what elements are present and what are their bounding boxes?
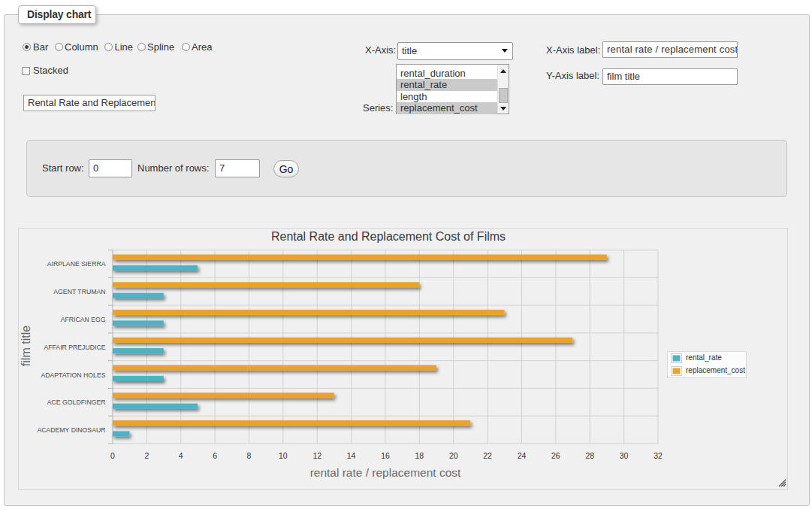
svg-text:4: 4 xyxy=(179,451,183,460)
svg-text:AGENT TRUMAN: AGENT TRUMAN xyxy=(53,288,105,295)
svg-text:2: 2 xyxy=(144,451,149,460)
svg-text:22: 22 xyxy=(483,451,492,460)
svg-text:20: 20 xyxy=(449,451,458,460)
svg-text:replacement_cost: replacement_cost xyxy=(686,366,745,374)
svg-text:26: 26 xyxy=(551,451,560,460)
svg-text:ACE GOLDFINGER: ACE GOLDFINGER xyxy=(47,398,106,406)
svg-text:28: 28 xyxy=(585,451,594,460)
svg-text:ADAPTATION HOLES: ADAPTATION HOLES xyxy=(41,371,105,379)
svg-text:24: 24 xyxy=(518,451,527,460)
svg-text:12: 12 xyxy=(312,451,321,460)
svg-text:AFRICAN EGG: AFRICAN EGG xyxy=(61,316,106,323)
svg-text:0: 0 xyxy=(110,451,115,460)
svg-text:Rental Rate and Replacement Co: Rental Rate and Replacement Cost of Film… xyxy=(271,230,506,243)
svg-text:32: 32 xyxy=(654,451,663,460)
svg-text:10: 10 xyxy=(279,451,288,460)
svg-text:rental rate / replacement cost: rental rate / replacement cost xyxy=(310,466,461,479)
svg-text:6: 6 xyxy=(213,451,217,460)
svg-text:film title: film title xyxy=(20,326,32,366)
svg-text:8: 8 xyxy=(247,451,252,460)
svg-text:16: 16 xyxy=(381,451,390,460)
svg-text:18: 18 xyxy=(415,451,424,460)
svg-text:ACADEMY DINOSAUR: ACADEMY DINOSAUR xyxy=(37,426,105,434)
svg-text:14: 14 xyxy=(347,451,356,460)
svg-text:30: 30 xyxy=(620,451,629,460)
svg-text:AFFAIR PREJUDICE: AFFAIR PREJUDICE xyxy=(44,344,105,351)
svg-text:rental_rate: rental_rate xyxy=(686,353,722,362)
svg-text:AIRPLANE SIERRA: AIRPLANE SIERRA xyxy=(47,260,106,268)
